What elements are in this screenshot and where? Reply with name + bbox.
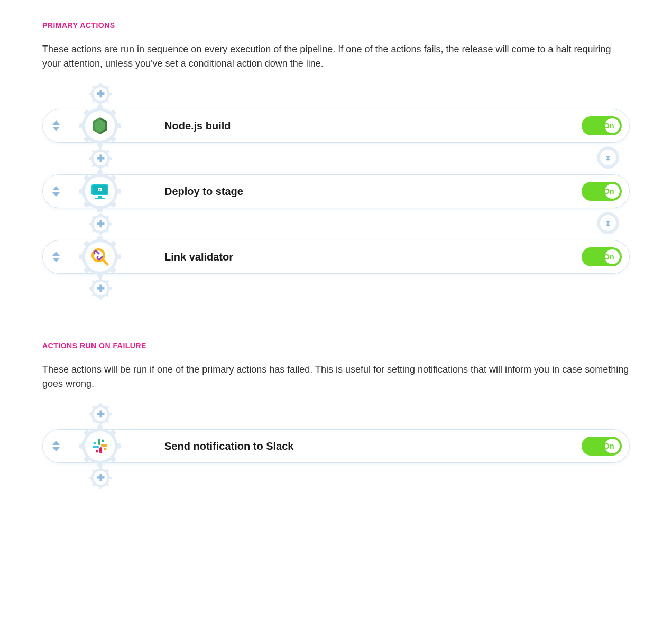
svg-rect-97: [99, 467, 102, 470]
action-card[interactable]: Send notification to Slack On: [42, 429, 630, 463]
arrow-up-icon: [52, 186, 60, 190]
svg-rect-98: [99, 485, 102, 489]
nodejs-icon: [91, 116, 108, 135]
hourglass-icon: ⧗: [605, 153, 611, 162]
svg-rect-24: [89, 157, 93, 160]
svg-rect-66: [99, 277, 102, 281]
action-icon-gear: [79, 170, 121, 212]
svg-rect-99: [89, 477, 93, 479]
add-action-button[interactable]: ✚: [90, 467, 111, 488]
failure-description: These actions will be run if one of the …: [42, 363, 630, 391]
svg-rect-75: [99, 403, 102, 407]
drag-handle[interactable]: [43, 441, 69, 451]
action-card[interactable]: Deploy to stage On: [42, 174, 630, 208]
primary-actions-section: PRIMARY ACTIONS These actions are run in…: [42, 21, 630, 299]
action-icon-gear: [79, 236, 121, 278]
hourglass-icon: ⧗: [605, 219, 611, 228]
arrow-up-icon: [52, 120, 60, 125]
svg-rect-42: [95, 198, 105, 199]
primary-description: These actions are run in sequence on eve…: [42, 42, 630, 71]
toggle-label: On: [604, 187, 614, 196]
toggle-label: On: [604, 122, 614, 130]
action-card[interactable]: Link validator On: [42, 240, 630, 274]
action-title: Node.js build: [164, 120, 582, 132]
plus-icon: ✚: [97, 218, 105, 230]
drag-handle[interactable]: [43, 120, 69, 131]
add-action-button[interactable]: ✚: [90, 214, 111, 235]
action-title: Link validator: [164, 251, 582, 263]
toggle-label: On: [604, 253, 614, 261]
plus-icon: ✚: [97, 472, 105, 484]
svg-rect-22: [99, 147, 102, 151]
link-validator-icon: [90, 247, 109, 266]
svg-rect-100: [108, 477, 112, 479]
toggle-switch[interactable]: On: [582, 437, 622, 456]
svg-rect-1: [99, 83, 102, 87]
svg-point-44: [99, 189, 101, 191]
failure-actions-section: ACTIONS RUN ON FAILURE These actions wil…: [42, 341, 630, 488]
svg-rect-68: [89, 287, 93, 290]
toggle-switch[interactable]: On: [582, 182, 622, 201]
plus-icon: ✚: [97, 153, 105, 164]
svg-rect-41: [98, 196, 102, 198]
wait-badge[interactable]: ⧗: [597, 212, 619, 234]
action-title: Deploy to stage: [164, 185, 582, 198]
failure-pipeline: ✚: [42, 404, 630, 488]
drag-handle[interactable]: [43, 186, 69, 197]
svg-rect-49: [108, 223, 112, 225]
svg-rect-4: [108, 93, 112, 95]
add-action-button[interactable]: ✚: [90, 148, 111, 169]
svg-rect-47: [99, 231, 102, 235]
drag-handle[interactable]: [43, 252, 69, 262]
failure-heading: ACTIONS RUN ON FAILURE: [42, 341, 630, 350]
toggle-switch[interactable]: On: [582, 116, 622, 135]
plus-icon: ✚: [97, 409, 105, 420]
add-action-button[interactable]: ✚: [90, 278, 111, 299]
svg-rect-95: [93, 446, 99, 448]
primary-heading: PRIMARY ACTIONS: [42, 21, 630, 30]
arrow-down-icon: [52, 192, 60, 197]
svg-rect-93: [101, 444, 107, 447]
plus-icon: ✚: [97, 283, 105, 294]
svg-rect-48: [89, 223, 93, 225]
deploy-icon: [90, 183, 109, 199]
arrow-up-icon: [52, 252, 60, 256]
plus-icon: ✚: [97, 88, 105, 100]
arrow-down-icon: [52, 127, 60, 131]
svg-rect-46: [99, 213, 102, 217]
svg-rect-77: [89, 413, 93, 415]
svg-rect-78: [108, 413, 112, 415]
action-title: Send notification to Slack: [164, 440, 582, 452]
add-action-button[interactable]: ✚: [90, 404, 111, 425]
svg-rect-67: [99, 296, 102, 300]
svg-line-64: [103, 259, 107, 264]
svg-rect-94: [99, 447, 102, 453]
svg-rect-25: [108, 157, 112, 160]
action-icon-gear: [79, 425, 121, 467]
action-card[interactable]: Node.js build On: [42, 109, 630, 143]
slack-icon: [91, 438, 108, 454]
action-icon-gear: [79, 105, 121, 147]
toggle-label: On: [604, 442, 614, 450]
arrow-down-icon: [52, 258, 60, 262]
add-action-button[interactable]: ✚: [90, 83, 111, 105]
wait-badge[interactable]: ⧗: [597, 146, 619, 169]
svg-rect-92: [98, 439, 100, 445]
arrow-up-icon: [52, 441, 60, 445]
arrow-down-icon: [52, 447, 60, 451]
primary-pipeline: ✚ Node.js build On: [42, 83, 630, 299]
svg-rect-23: [99, 166, 102, 170]
svg-rect-69: [108, 287, 112, 290]
svg-rect-3: [89, 93, 93, 95]
toggle-switch[interactable]: On: [582, 247, 622, 266]
